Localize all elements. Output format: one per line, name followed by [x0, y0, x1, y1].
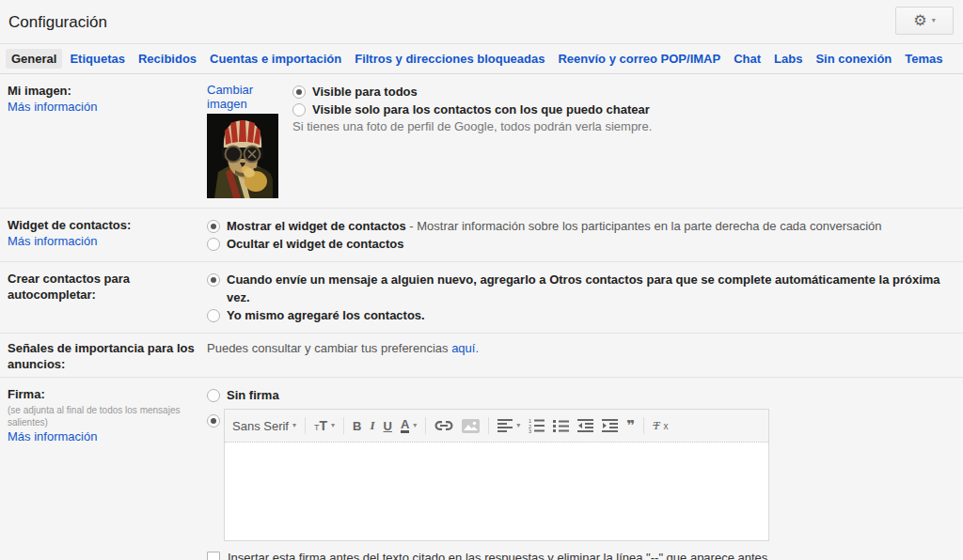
settings-gear-button[interactable]: ⚙ ▾	[895, 7, 954, 35]
bullet-list-button[interactable]	[553, 419, 569, 432]
chevron-down-icon: ▾	[932, 17, 936, 24]
radio-visible-solo-contactos-label[interactable]: Visible solo para los contactos con los …	[312, 101, 650, 118]
option-ocultar-widget: Ocultar el widget de contactos	[207, 235, 955, 253]
toolbar-separator	[305, 417, 306, 434]
crear-label-cell: Crear contactos para autocompletar:	[8, 271, 207, 324]
numbered-list-button[interactable]: 123	[529, 418, 545, 433]
signature-editor-area[interactable]	[225, 443, 768, 540]
tab-chat[interactable]: Chat	[728, 49, 766, 69]
option-firma-personalizada: Sans Serif ▾ TT ▾ B I U	[207, 409, 955, 541]
radio-ocultar-widget-label[interactable]: Ocultar el widget de contactos	[227, 235, 404, 253]
settings-header: Configuración ⚙ ▾	[0, 0, 963, 43]
outdent-button[interactable]	[577, 419, 593, 432]
align-dropdown[interactable]: ▾	[497, 419, 520, 432]
insert-signature-checkbox[interactable]	[207, 552, 220, 560]
blockquote-button[interactable]: ❞	[626, 421, 635, 430]
mi-imagen-more-info-link[interactable]: Más información	[8, 100, 207, 115]
radio-visible-para-todos-label[interactable]: Visible para todos	[312, 83, 418, 101]
senales-aqui-link[interactable]: aquí.	[451, 341, 479, 355]
bold-button[interactable]: B	[353, 419, 361, 433]
remove-formatting-icon: T	[653, 418, 659, 433]
radio-sin-firma[interactable]	[207, 389, 220, 402]
crear-contactos-label: Crear contactos para autocompletar:	[8, 272, 130, 302]
row-senales-importancia: Señales de importancia para los anuncios…	[0, 334, 963, 378]
profile-photo-note: Si tienes una foto de perfil de Google, …	[292, 118, 955, 135]
option-sin-firma: Sin firma	[207, 386, 955, 404]
radio-visible-solo-contactos[interactable]	[292, 103, 306, 117]
tab-cuentas-importacion[interactable]: Cuentas e importación	[204, 49, 347, 69]
insert-image-button[interactable]	[462, 419, 480, 433]
text-color-dropdown[interactable]: A ▾	[401, 419, 417, 433]
gear-icon: ⚙	[913, 13, 926, 28]
radio-mostrar-widget-label[interactable]: Mostrar el widget de contactos	[227, 219, 406, 233]
remove-formatting-button[interactable]: Tx	[653, 418, 668, 433]
option-visible-all: Visible para todos	[292, 83, 955, 101]
tab-filtros-direcciones[interactable]: Filtros y direcciones bloqueadas	[349, 49, 550, 69]
toolbar-separator	[343, 417, 344, 434]
firma-sublabel: (se adjunta al final de todos los mensaj…	[8, 404, 186, 428]
link-icon	[434, 420, 453, 431]
tab-labs[interactable]: Labs	[768, 49, 808, 69]
radio-agregar-manual[interactable]	[207, 309, 220, 322]
firma-label-cell: Firma: (se adjunta al final de todos los…	[8, 386, 207, 560]
widget-label: Widget de contactos:	[8, 218, 131, 232]
text-color-icon: A	[401, 419, 409, 433]
tab-etiquetas[interactable]: Etiquetas	[64, 49, 131, 69]
tab-recibidos[interactable]: Recibidos	[133, 49, 202, 69]
radio-firma-personalizada[interactable]	[207, 414, 220, 428]
indent-button[interactable]	[602, 419, 618, 432]
tab-sin-conexion[interactable]: Sin conexión	[810, 49, 897, 69]
change-image-link[interactable]: Cambiar imagen	[207, 83, 253, 111]
firma-label: Firma:	[8, 387, 45, 401]
option-manual: Yo mismo agregaré los contactos.	[207, 306, 955, 324]
row-firma: Firma: (se adjunta al final de todos los…	[0, 378, 963, 560]
radio-ocultar-widget[interactable]	[207, 238, 220, 251]
senales-label: Señales de importancia para los anuncios…	[8, 341, 195, 371]
widget-options: Mostrar el widget de contactos - Mostrar…	[207, 217, 955, 253]
radio-sin-firma-label[interactable]: Sin firma	[227, 386, 279, 404]
radio-agregar-automatico-label[interactable]: Cuando envíe un mensaje a alguien nuevo,…	[227, 271, 955, 306]
radio-visible-para-todos[interactable]	[292, 86, 306, 99]
svg-text:3: 3	[529, 428, 531, 433]
insert-link-button[interactable]	[434, 420, 453, 431]
avatar-column: Cambiar imagen	[207, 83, 280, 198]
italic-button[interactable]: I	[370, 418, 374, 433]
mostrar-widget-desc: - Mostrar información sobre los particip…	[409, 219, 881, 233]
tab-reenvio-pop-imap[interactable]: Reenvío y correo POP/IMAP	[552, 49, 726, 69]
toolbar-separator	[643, 417, 644, 434]
underline-button[interactable]: U	[384, 419, 392, 433]
firma-more-info-link[interactable]: Más información	[8, 429, 207, 444]
page-title: Configuración	[0, 0, 963, 32]
row-crear-contactos: Crear contactos para autocompletar: Cuan…	[0, 262, 963, 334]
insert-signature-checkbox-label[interactable]: Insertar esta firma antes del texto cita…	[228, 551, 767, 560]
font-family-dropdown[interactable]: Sans Serif ▾	[232, 419, 296, 433]
image-icon	[462, 419, 480, 433]
senales-label-cell: Señales de importancia para los anuncios…	[8, 340, 207, 372]
toolbar-separator	[425, 417, 426, 434]
indent-icon	[602, 419, 618, 432]
widget-more-info-link[interactable]: Más información	[8, 234, 207, 249]
font-size-dropdown[interactable]: TT ▾	[314, 418, 335, 433]
radio-agregar-manual-label[interactable]: Yo mismo agregaré los contactos.	[227, 306, 425, 324]
align-icon	[497, 419, 513, 432]
row-mi-imagen: Mi imagen: Más información Cambiar image…	[0, 74, 963, 209]
tab-general[interactable]: General	[6, 49, 62, 69]
radio-mostrar-widget[interactable]	[207, 220, 220, 233]
firma-content: Sin firma Sans Serif ▾ TT	[207, 386, 955, 560]
option-autocompletar: Cuando envíe un mensaje a alguien nuevo,…	[207, 271, 955, 306]
chevron-down-icon: ▾	[331, 422, 335, 429]
chevron-down-icon: ▾	[516, 422, 520, 429]
option-visible-contacts: Visible solo para los contactos con los …	[292, 101, 955, 118]
mi-imagen-label: Mi imagen:	[8, 84, 71, 98]
option-mostrar-widget: Mostrar el widget de contactos - Mostrar…	[207, 217, 955, 235]
bullet-list-icon	[553, 419, 569, 432]
radio-agregar-automatico[interactable]	[207, 273, 220, 287]
tab-temas[interactable]: Temas	[899, 49, 948, 69]
chevron-down-icon: ▾	[413, 422, 417, 429]
visibility-options: Visible para todos Visible solo para los…	[292, 83, 955, 198]
font-family-label: Sans Serif	[232, 419, 289, 433]
gmail-settings-page: Configuración ⚙ ▾ General Etiquetas Reci…	[0, 0, 963, 560]
row-widget-contactos: Widget de contactos: Más información Mos…	[0, 209, 963, 262]
profile-avatar-image	[207, 114, 278, 198]
crear-options: Cuando envíe un mensaje a alguien nuevo,…	[207, 271, 955, 324]
